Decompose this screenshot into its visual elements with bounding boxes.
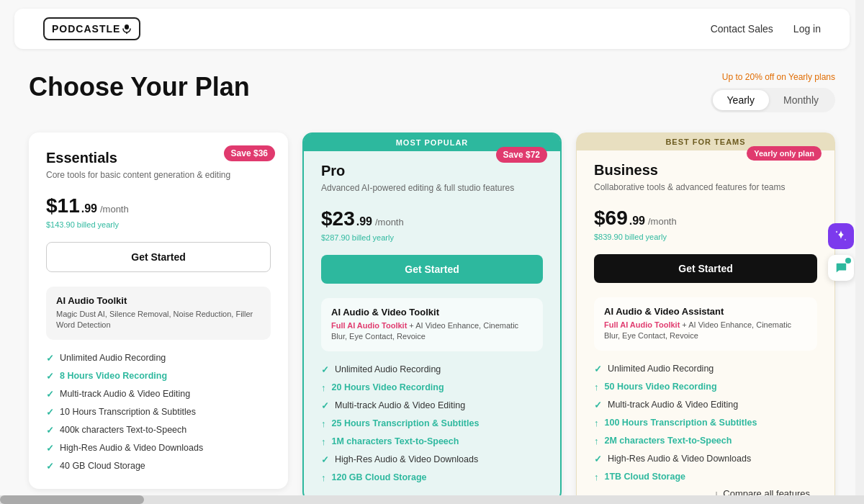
list-item: ✓ Multi-track Audio & Video Editing: [46, 389, 271, 400]
list-item: ✓ 40 GB Cloud Storage: [46, 461, 271, 472]
pro-price-row: $23 .99 /month: [321, 207, 543, 230]
svg-point-3: [845, 239, 846, 240]
list-item: ✓ High-Res Audio & Video Downloads: [46, 443, 271, 454]
check-icon: ✓: [46, 353, 54, 364]
business-cta-button[interactable]: Get Started: [594, 254, 817, 283]
essentials-price-row: $11 .99 /month: [46, 194, 271, 217]
pro-cta-button[interactable]: Get Started: [321, 255, 543, 284]
list-item: ↑ 20 Hours Video Recording: [321, 382, 543, 393]
pro-billed: $287.90 billed yearly: [321, 233, 543, 242]
savings-badge: Up to 20% off on Yearly plans: [722, 72, 835, 82]
list-item: ↑ 1TB Cloud Storage: [594, 472, 817, 482]
business-toolkit: AI Audio & Video Assistant Full AI Audio…: [594, 297, 817, 351]
arrow-icon: ↑: [321, 418, 326, 429]
check-icon: ✓: [321, 400, 329, 411]
pro-price-main: $23: [321, 207, 355, 230]
check-icon: ✓: [321, 454, 329, 465]
check-icon: ✓: [46, 389, 54, 400]
list-item: ✓ 8 Hours Video Recording: [46, 371, 271, 382]
notification-dot: [845, 258, 851, 264]
arrow-icon: ↑: [321, 382, 326, 393]
essentials-cta-button[interactable]: Get Started: [46, 242, 271, 272]
logo-text: PODCASTLE: [52, 23, 120, 35]
ai-assistant-button[interactable]: [828, 223, 854, 249]
essentials-plan-card: Save $36 Essentials Core tools for basic…: [29, 132, 288, 489]
business-plan-name: Business: [594, 162, 817, 179]
monthly-toggle-button[interactable]: Monthly: [769, 90, 833, 110]
ai-chat-button[interactable]: [828, 255, 854, 281]
billing-toggle-area: Up to 20% off on Yearly plans Yearly Mon…: [711, 72, 835, 112]
check-icon: ✓: [46, 461, 54, 472]
essentials-toolkit-desc: Magic Dust AI, Silence Removal, Noise Re…: [56, 309, 261, 331]
logo[interactable]: PODCASTLE: [43, 17, 140, 40]
pro-plan-desc: Advanced AI-powered editing & full studi…: [321, 182, 543, 194]
list-item: ✓ Unlimited Audio Recording: [594, 364, 817, 374]
yearly-toggle-button[interactable]: Yearly: [713, 90, 769, 110]
pro-toolkit: AI Audio & Video Toolkit Full AI Audio T…: [321, 298, 543, 351]
check-icon: ✓: [594, 364, 602, 374]
list-item: ↑ 2M characters Text-to-Speech: [594, 436, 817, 446]
contact-sales-link[interactable]: Contact Sales: [711, 23, 773, 35]
billing-toggle: Yearly Monthly: [711, 88, 835, 112]
pro-price-cents: .99: [356, 215, 372, 228]
chat-bubble-icon: [834, 261, 847, 274]
list-item: ✓ Unlimited Audio Recording: [46, 353, 271, 364]
essentials-toolkit-title: AI Audio Toolkit: [56, 295, 261, 306]
check-icon: ✓: [594, 400, 602, 410]
essentials-plan-desc: Core tools for basic content generation …: [46, 169, 271, 181]
pro-save-badge: Save $72: [496, 147, 547, 163]
list-item: ✓ High-Res Audio & Video Downloads: [594, 454, 817, 464]
pro-toolkit-title: AI Audio & Video Toolkit: [331, 307, 533, 318]
essentials-price-period: /month: [100, 204, 129, 215]
plans-grid: Save $36 Essentials Core tools for basic…: [29, 132, 835, 504]
check-icon: ✓: [46, 407, 54, 418]
arrow-icon: ↑: [321, 472, 326, 483]
essentials-price-main: $11: [46, 194, 80, 217]
essentials-billed: $143.90 billed yearly: [46, 220, 271, 229]
business-toolkit-desc: Full AI Audio Toolkit + AI Video Enhance…: [604, 320, 807, 342]
business-plan-desc: Collaborative tools & advanced features …: [594, 181, 817, 194]
essentials-toolkit: AI Audio Toolkit Magic Dust AI, Silence …: [46, 287, 271, 340]
list-item: ↑ 100 Hours Transcription & Subtitles: [594, 418, 817, 428]
arrow-icon: ↑: [594, 418, 599, 428]
title-row: Choose Your Plan Up to 20% off on Yearly…: [29, 72, 835, 112]
check-icon: ✓: [594, 454, 602, 464]
check-icon: ✓: [46, 443, 54, 454]
business-price-cents: .99: [629, 215, 645, 228]
business-price-period: /month: [648, 216, 677, 227]
arrow-icon: ↑: [594, 472, 599, 482]
business-yearly-only-badge: Yearly only plan: [747, 146, 822, 161]
business-price-row: $69 .99 /month: [594, 207, 817, 230]
pro-price-period: /month: [375, 217, 404, 228]
list-item: ✓ Multi-track Audio & Video Editing: [594, 400, 817, 410]
essentials-price-cents: .99: [81, 202, 97, 215]
ai-sparkle-icon: [834, 229, 848, 243]
list-item: ✓ High-Res Audio & Video Downloads: [321, 454, 543, 465]
horizontal-scroll-thumb[interactable]: [0, 495, 144, 504]
mic-icon: [122, 24, 132, 34]
essentials-features-list: ✓ Unlimited Audio Recording ✓ 8 Hours Vi…: [46, 353, 271, 472]
list-item: ✓ Multi-track Audio & Video Editing: [321, 400, 543, 411]
check-icon: ✓: [46, 425, 54, 436]
business-price-main: $69: [594, 207, 628, 230]
login-link[interactable]: Log in: [793, 23, 821, 35]
check-icon: ✓: [46, 371, 54, 382]
svg-point-2: [836, 231, 837, 233]
list-item: ✓ 400k characters Text-to-Speech: [46, 425, 271, 436]
essentials-save-badge: Save $36: [224, 145, 275, 161]
list-item: ✓ 10 Hours Transcription & Subtitles: [46, 407, 271, 418]
list-item: ↑ 120 GB Cloud Storage: [321, 472, 543, 483]
pro-plan-card: MOST POPULAR Save $72 Pro Advanced AI-po…: [302, 132, 562, 502]
list-item: ↑ 1M characters Text-to-Speech: [321, 436, 543, 447]
arrow-icon: ↑: [321, 436, 326, 447]
pro-plan-name: Pro: [321, 163, 543, 179]
business-features-list: ✓ Unlimited Audio Recording ↑ 50 Hours V…: [594, 364, 817, 482]
arrow-icon: ↑: [594, 436, 599, 446]
business-plan-card: BEST FOR TEAMS Yearly only plan Business…: [576, 132, 835, 504]
ai-float-panel: [828, 223, 854, 281]
horizontal-scrollbar[interactable]: [0, 495, 864, 504]
svg-rect-0: [125, 24, 129, 30]
main-content: Choose Your Plan Up to 20% off on Yearly…: [0, 58, 864, 504]
page-title: Choose Your Plan: [29, 72, 250, 102]
vertical-scrollbar[interactable]: [855, 0, 864, 504]
